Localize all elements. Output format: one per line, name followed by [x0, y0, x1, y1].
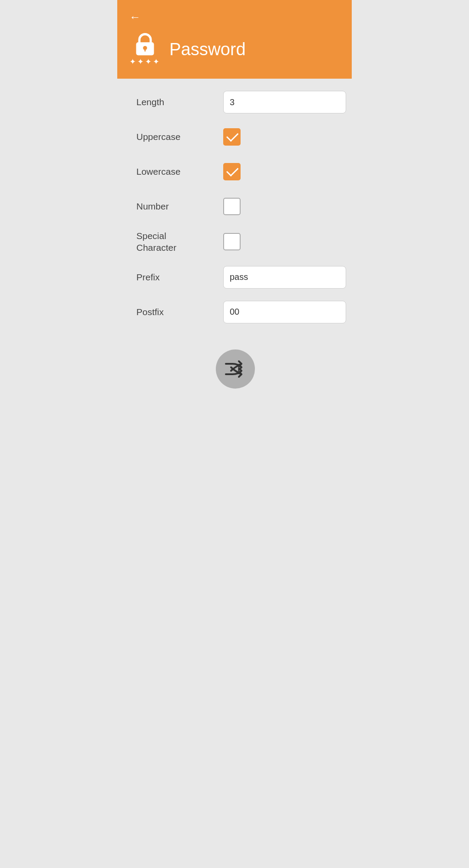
number-checkbox-wrap: [223, 198, 241, 215]
special-char-row: Special Character: [136, 230, 334, 254]
prefix-label: Prefix: [136, 271, 223, 283]
lock-icon-wrap: ✦✦✦✦: [129, 32, 161, 67]
header-content: ✦✦✦✦ Password: [129, 32, 340, 67]
svg-rect-2: [145, 49, 146, 52]
length-row: Length: [136, 91, 334, 113]
form-area: Length Uppercase Lowercase Number Specia…: [117, 79, 352, 406]
number-checkbox[interactable]: [223, 198, 241, 215]
back-button[interactable]: ←: [129, 10, 141, 24]
lowercase-checkbox-wrap: [223, 163, 241, 180]
lowercase-checkbox[interactable]: [223, 163, 241, 180]
lowercase-row: Lowercase: [136, 160, 334, 183]
lowercase-label: Lowercase: [136, 166, 223, 177]
prefix-input[interactable]: [223, 266, 346, 289]
postfix-label: Postfix: [136, 306, 223, 318]
postfix-input[interactable]: [223, 301, 346, 323]
number-row: Number: [136, 195, 334, 218]
prefix-row: Prefix: [136, 266, 334, 289]
uppercase-row: Uppercase: [136, 126, 334, 148]
page-title: Password: [169, 40, 246, 59]
generate-button-wrap: [136, 349, 334, 389]
uppercase-checkbox[interactable]: [223, 128, 241, 146]
special-char-checkbox[interactable]: [223, 233, 241, 250]
lock-icon: [133, 32, 157, 56]
postfix-row: Postfix: [136, 301, 334, 323]
lock-stars: ✦✦✦✦: [129, 57, 161, 67]
header: ← ✦✦✦✦ Password: [117, 0, 352, 79]
uppercase-label: Uppercase: [136, 131, 223, 143]
length-input[interactable]: [223, 91, 346, 113]
uppercase-checkbox-wrap: [223, 128, 241, 146]
special-char-checkbox-wrap: [223, 233, 241, 250]
special-char-label: Special Character: [136, 230, 223, 254]
length-label: Length: [136, 96, 223, 108]
number-label: Number: [136, 200, 223, 212]
generate-button[interactable]: [216, 349, 255, 389]
shuffle-icon: [224, 358, 247, 380]
